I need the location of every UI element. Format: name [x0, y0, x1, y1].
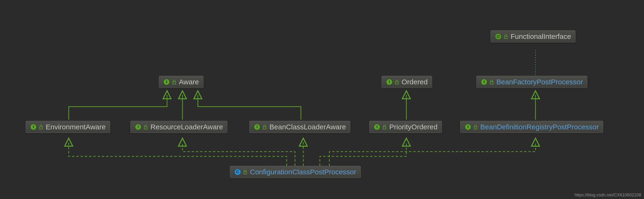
- node-label: FunctionalInterface: [510, 32, 571, 40]
- interface-icon: I: [481, 79, 488, 85]
- lock-icon: [383, 125, 387, 129]
- interface-icon: I: [254, 124, 260, 130]
- lock-icon: [504, 34, 508, 38]
- annotation-icon: @: [495, 33, 502, 40]
- watermark-text: https://blog.csdn.net/CX610602108: [574, 192, 641, 198]
- node-label: Ordered: [402, 78, 428, 86]
- node-functional-interface[interactable]: @ FunctionalInterface: [490, 30, 576, 43]
- lock-icon: [474, 125, 478, 129]
- lock-icon: [395, 80, 399, 84]
- node-label: BeanFactoryPostProcessor: [496, 78, 583, 86]
- node-environment-aware[interactable]: I EnvironmentAware: [26, 121, 110, 133]
- class-icon: C: [234, 169, 241, 175]
- interface-icon: I: [135, 124, 142, 130]
- interface-icon: I: [374, 124, 380, 130]
- node-aware[interactable]: I Aware: [159, 76, 204, 88]
- interface-icon: I: [465, 124, 471, 130]
- lock-icon: [144, 125, 148, 129]
- interface-icon: I: [30, 124, 37, 130]
- node-ordered[interactable]: I Ordered: [382, 76, 432, 88]
- node-priority-ordered[interactable]: I PriorityOrdered: [369, 121, 442, 133]
- node-label: ResourceLoaderAware: [150, 123, 223, 131]
- lock-icon: [172, 80, 176, 84]
- node-label: Aware: [179, 78, 199, 86]
- lock-icon: [39, 125, 43, 129]
- node-label: ConfigurationClassPostProcessor: [250, 168, 356, 176]
- uml-diagram: @ FunctionalInterface I Aware I Ordered …: [0, 0, 644, 199]
- node-resource-loader-aware[interactable]: I ResourceLoaderAware: [130, 121, 228, 133]
- interface-icon: I: [386, 79, 392, 85]
- interface-icon: I: [163, 79, 170, 85]
- node-label: BeanDefinitionRegistryPostProcessor: [480, 123, 599, 131]
- lock-icon: [263, 125, 267, 129]
- node-bean-factory-post-processor[interactable]: I BeanFactoryPostProcessor: [476, 76, 587, 88]
- node-configuration-class-post-processor[interactable]: C ConfigurationClassPostProcessor: [230, 166, 361, 178]
- lock-icon: [490, 80, 494, 84]
- node-bean-class-loader-aware[interactable]: I BeanClassLoaderAware: [249, 121, 350, 133]
- lock-icon: [243, 170, 248, 174]
- node-label: BeanClassLoaderAware: [270, 123, 346, 131]
- node-label: PriorityOrdered: [389, 123, 438, 131]
- node-label: EnvironmentAware: [46, 123, 106, 131]
- node-bean-definition-registry-post-processor[interactable]: I BeanDefinitionRegistryPostProcessor: [460, 121, 603, 133]
